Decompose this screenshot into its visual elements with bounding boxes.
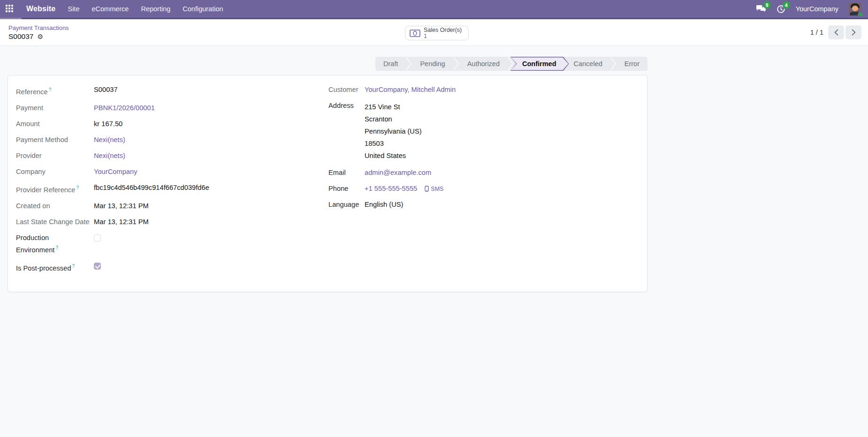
statusbar: DraftPendingAuthorizedConfirmedCanceledE…: [375, 57, 647, 71]
field-row-language: LanguageEnglish (US): [328, 200, 633, 210]
money-bill-icon: [410, 30, 420, 37]
field-label-payment: Payment: [16, 103, 94, 113]
field-value-provider-reference: fbc19c4d546b499c914f667cd039fd6e: [94, 183, 209, 193]
field-row-payment-method: Payment MethodNexi(nets): [16, 135, 328, 145]
field-label-amount: Amount: [16, 119, 94, 129]
field-label-company: Company: [16, 167, 94, 177]
statusbar-separator: [453, 57, 459, 71]
nav-menu-reporting[interactable]: Reporting: [141, 5, 170, 13]
stat-button-label: Sales Order(s): [424, 27, 462, 33]
nav-menu-ecommerce[interactable]: eCommerce: [91, 5, 129, 13]
control-panel: Payment Transactions S00037 ⚙ Sales Orde…: [0, 19, 868, 46]
online-status-dot: [858, 12, 863, 17]
activities-badge: 4: [783, 1, 790, 9]
activities-icon[interactable]: 4: [777, 5, 785, 14]
field-value-company[interactable]: YourCompany: [94, 167, 137, 177]
field-value-language: English (US): [365, 200, 403, 210]
top-navbar: Website SiteeCommerceReportingConfigurat…: [0, 0, 868, 18]
company-switcher[interactable]: YourCompany: [796, 5, 838, 13]
field-label-email: Email: [328, 168, 365, 178]
mobile-phone-icon: [425, 186, 429, 192]
field-value-is-post-processed[interactable]: [94, 263, 101, 270]
chevron-left-icon: [834, 29, 838, 36]
help-marker-icon: ?: [76, 185, 79, 190]
field-value-created-on: Mar 13, 12:31 PM: [94, 201, 149, 211]
field-label-provider-reference: Provider Reference?: [16, 183, 94, 195]
sales-orders-stat-button[interactable]: Sales Order(s) 1: [405, 26, 469, 40]
breadcrumb: Payment Transactions S00037 ⚙: [8, 24, 69, 41]
apps-grid-icon[interactable]: [6, 5, 14, 13]
chevron-right-icon: [852, 29, 856, 36]
field-row-payment: PaymentPBNK1/2026/00001: [16, 103, 328, 113]
help-marker-icon: ?: [49, 87, 52, 92]
field-value-provider[interactable]: Nexi(nets): [94, 151, 125, 161]
field-row-customer: CustomerYourCompany, Mitchell Admin: [328, 85, 633, 95]
pager-next-button[interactable]: [845, 25, 861, 39]
phone-link[interactable]: +1 555-555-5555: [365, 184, 417, 194]
field-label-reference: Reference?: [16, 85, 94, 97]
field-value-address: 215 Vine StScrantonPennsylvania (US)1850…: [365, 101, 422, 162]
field-value-email[interactable]: admin@example.com: [365, 168, 431, 178]
field-row-last-state-change-date: Last State Change DateMar 13, 12:31 PM: [16, 217, 328, 227]
statusbar-state-canceled[interactable]: Canceled: [566, 57, 610, 71]
statusbar-state-error[interactable]: Error: [617, 57, 647, 71]
messages-badge: 9: [763, 1, 771, 9]
fields-column-right: CustomerYourCompany, Mitchell AdminAddre…: [328, 85, 647, 279]
messages-icon[interactable]: 9: [756, 5, 766, 13]
field-row-amount: Amountkr 167.50: [16, 119, 328, 129]
address-line: 18503: [365, 137, 422, 150]
field-label-provider: Provider: [16, 151, 94, 161]
pager-previous-button[interactable]: [828, 25, 844, 39]
record-title: S00037: [8, 32, 33, 41]
field-value-amount: kr 167.50: [94, 119, 122, 129]
field-label-is-post-processed: Is Post-processed?: [16, 261, 94, 273]
field-value-reference: S00037: [94, 85, 118, 95]
field-label-payment-method: Payment Method: [16, 135, 94, 145]
breadcrumb-parent-link[interactable]: Payment Transactions: [8, 24, 69, 32]
field-label-last-state-change-date: Last State Change Date: [16, 217, 94, 227]
field-label-language: Language: [328, 200, 365, 210]
statusbar-state-draft[interactable]: Draft: [375, 57, 406, 71]
navbar-underline: [0, 18, 22, 19]
pager-value[interactable]: 1 / 1: [810, 29, 823, 36]
field-value-production-environment[interactable]: [94, 234, 101, 241]
field-label-address: Address: [328, 101, 365, 111]
statusbar-state-confirmed[interactable]: Confirmed: [510, 57, 569, 71]
nav-menu-configuration[interactable]: Configuration: [183, 5, 223, 13]
field-value-last-state-change-date: Mar 13, 12:31 PM: [94, 217, 149, 227]
statusbar-state-authorized[interactable]: Authorized: [459, 57, 508, 71]
field-row-reference: Reference?S00037: [16, 85, 328, 97]
field-row-provider-reference: Provider Reference?fbc19c4d546b499c914f6…: [16, 183, 328, 195]
app-name[interactable]: Website: [26, 5, 55, 13]
stat-button-count: 1: [424, 33, 462, 39]
field-row-company: CompanyYourCompany: [16, 167, 328, 177]
sms-button[interactable]: SMS: [425, 186, 443, 192]
field-value-payment-method[interactable]: Nexi(nets): [94, 135, 125, 145]
actions-gear-icon[interactable]: ⚙: [37, 33, 43, 40]
help-marker-icon: ?: [55, 245, 58, 250]
user-avatar[interactable]: [849, 3, 861, 15]
field-label-production-environment: Production Environment?: [16, 233, 94, 255]
help-marker-icon: ?: [72, 264, 75, 269]
field-label-customer: Customer: [328, 85, 365, 95]
field-value-phone: +1 555-555-5555SMS: [365, 184, 443, 194]
field-label-phone: Phone: [328, 184, 365, 194]
nav-menu-site[interactable]: Site: [68, 5, 79, 13]
field-value-payment[interactable]: PBNK1/2026/00001: [94, 103, 155, 113]
address-line: 215 Vine St: [365, 101, 422, 113]
statusbar-state-pending[interactable]: Pending: [412, 57, 453, 71]
field-row-email: Emailadmin@example.com: [328, 168, 633, 178]
address-line: Pennsylvania (US): [365, 125, 422, 137]
field-value-customer[interactable]: YourCompany, Mitchell Admin: [365, 85, 456, 95]
field-row-address: Address215 Vine StScrantonPennsylvania (…: [328, 101, 633, 162]
address-line: United States: [365, 150, 422, 162]
field-row-provider: ProviderNexi(nets): [16, 151, 328, 161]
pager: 1 / 1: [810, 19, 861, 45]
statusbar-separator: [406, 57, 412, 71]
form-sheet: Reference?S00037PaymentPBNK1/2026/00001A…: [8, 75, 647, 292]
fields-column-left: Reference?S00037PaymentPBNK1/2026/00001A…: [16, 85, 328, 279]
statusbar-separator: [610, 57, 617, 71]
field-row-created-on: Created onMar 13, 12:31 PM: [16, 201, 328, 211]
field-row-production-environment: Production Environment?: [16, 233, 328, 255]
address-line: Scranton: [365, 113, 422, 125]
